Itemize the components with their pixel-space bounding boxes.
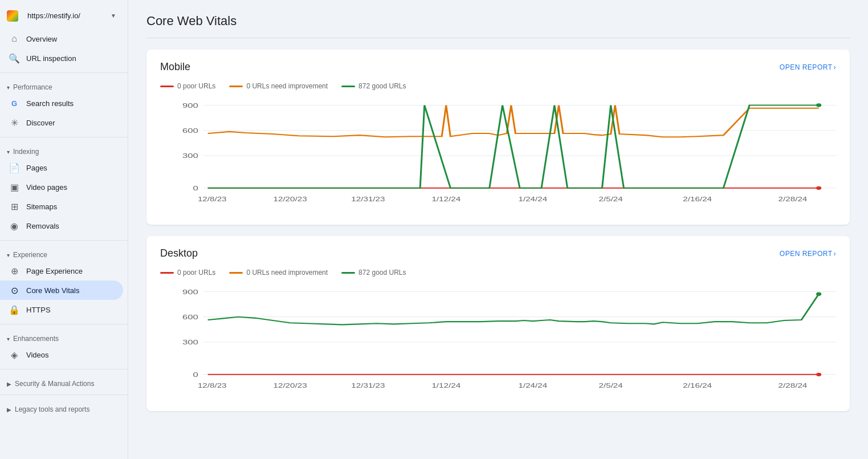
home-icon: ⌂: [9, 34, 19, 44]
svg-text:1/24/24: 1/24/24: [518, 196, 547, 202]
sidebar-item-removals[interactable]: ◉ Removals: [0, 216, 123, 235]
logo-icon: [7, 10, 18, 22]
legend-good: 872 good URLs: [341, 269, 406, 277]
section-header-experience[interactable]: ▾ Experience: [0, 245, 128, 261]
desktop-open-report-link[interactable]: OPEN REPORT ›: [780, 250, 836, 258]
desktop-chart-svg: 900 600 300 0 12/8/23 12/20/23 12/31/23 …: [160, 286, 836, 400]
lock-icon: 🔒: [9, 304, 19, 315]
sidebar-item-video-pages[interactable]: ▣ Video pages: [0, 177, 123, 197]
page-title: Core Web Vitals: [146, 14, 850, 38]
desktop-chart-area: 900 600 300 0 12/8/23 12/20/23 12/31/23 …: [160, 286, 836, 400]
sidebar-item-label: Videos: [26, 351, 49, 359]
section-header-indexing[interactable]: ▾ Indexing: [0, 142, 128, 158]
google-icon: G: [9, 98, 19, 108]
site-url-label: https://nestify.io/: [27, 11, 80, 20]
svg-text:600: 600: [182, 313, 198, 320]
legend-poor-line: [160, 86, 174, 87]
section-header-performance[interactable]: ▾ Performance: [0, 78, 128, 94]
sidebar-item-label: Video pages: [26, 183, 67, 192]
legend-good: 872 good URLs: [341, 82, 406, 90]
section-label: Performance: [13, 83, 52, 91]
svg-text:0: 0: [193, 185, 198, 192]
section-label: Security & Manual Actions: [15, 380, 94, 388]
legend-needs-improvement: 0 URLs need improvement: [229, 82, 328, 90]
desktop-chart-header: Desktop OPEN REPORT ›: [160, 247, 836, 259]
section-header-legacy[interactable]: ▶ Legacy tools and reports: [0, 400, 128, 416]
svg-text:2/5/24: 2/5/24: [599, 382, 623, 389]
legend-needs-improvement: 0 URLs need improvement: [229, 269, 328, 277]
legend-good-label: 872 good URLs: [358, 269, 406, 277]
divider: [0, 137, 128, 137]
desktop-chart-title: Desktop: [160, 247, 198, 259]
sidebar-item-discover[interactable]: ✳ Discover: [0, 113, 123, 132]
svg-text:12/20/23: 12/20/23: [274, 382, 307, 389]
svg-text:600: 600: [182, 127, 198, 134]
svg-text:1/24/24: 1/24/24: [518, 382, 547, 389]
sidebar-item-label: URL inspection: [26, 54, 76, 63]
section-label: Legacy tools and reports: [15, 405, 89, 413]
svg-text:2/28/24: 2/28/24: [779, 382, 808, 389]
sidebar-item-label: Page Experience: [26, 267, 83, 275]
divider: [0, 72, 128, 73]
legend-needs-improvement-line: [229, 86, 243, 87]
sidebar-item-videos[interactable]: ◈ Videos: [0, 345, 123, 364]
legend-poor-label: 0 poor URLs: [177, 269, 215, 277]
mobile-chart-svg: 900 600 300 0 12/8/23 12/20/23 12/31/23 …: [160, 99, 836, 213]
sidebar-item-overview[interactable]: ⌂ Overview: [0, 29, 123, 48]
asterisk-icon: ✳: [9, 117, 19, 128]
mobile-chart-card: Mobile OPEN REPORT › 0 poor URLs 0 URLs …: [146, 50, 850, 225]
video-icon: ▣: [9, 182, 19, 192]
search-icon: 🔍: [9, 53, 19, 63]
legend-needs-improvement-label: 0 URLs need improvement: [246, 269, 328, 277]
sidebar-item-page-experience[interactable]: ⊕ Page Experience: [0, 261, 123, 281]
sidebar-item-core-web-vitals[interactable]: ⊙ Core Web Vitals: [0, 281, 123, 300]
main-content: Core Web Vitals Mobile OPEN REPORT › 0 p…: [128, 0, 868, 459]
svg-point-35: [816, 293, 821, 296]
section-header-enhancements[interactable]: ▾ Enhancements: [0, 329, 128, 345]
caret-icon: ▶: [7, 407, 11, 413]
svg-text:12/20/23: 12/20/23: [274, 196, 307, 202]
caret-icon: ▾: [7, 149, 10, 155]
legend-poor-line: [160, 272, 174, 274]
sidebar-item-sitemaps[interactable]: ⊞ Sitemaps: [0, 197, 123, 216]
sidebar-item-search-results[interactable]: G Search results: [0, 94, 123, 113]
cwv-icon: ⊙: [9, 285, 19, 295]
sidebar-item-pages[interactable]: 📄 Pages: [0, 158, 123, 177]
chevron-down-icon: ▼: [111, 13, 116, 19]
divider: [0, 395, 128, 395]
svg-text:2/5/24: 2/5/24: [599, 196, 623, 202]
sidebar-item-https[interactable]: 🔒 HTTPS: [0, 300, 123, 319]
svg-text:1/12/24: 1/12/24: [431, 196, 461, 202]
mobile-open-report-link[interactable]: OPEN REPORT ›: [780, 63, 836, 71]
legend-good-line: [341, 272, 355, 274]
svg-point-17: [816, 103, 821, 107]
svg-text:900: 900: [182, 288, 198, 295]
svg-text:12/8/23: 12/8/23: [198, 382, 227, 389]
svg-point-34: [816, 373, 821, 376]
desktop-chart-card: Desktop OPEN REPORT › 0 poor URLs 0 URLs…: [146, 236, 850, 411]
legend-good-line: [341, 86, 355, 87]
sidebar-item-label: Overview: [26, 35, 57, 43]
divider: [0, 369, 128, 369]
sidebar: https://nestify.io/ ▼ ⌂ Overview 🔍 URL i…: [0, 0, 128, 459]
open-report-label: OPEN REPORT: [780, 250, 833, 258]
site-selector-button[interactable]: https://nestify.io/ ▼: [23, 9, 121, 22]
caret-icon: ▾: [7, 84, 10, 91]
removals-icon: ◉: [9, 221, 19, 231]
divider: [0, 240, 128, 241]
svg-text:12/8/23: 12/8/23: [198, 196, 227, 202]
mobile-chart-area: 900 600 300 0 12/8/23 12/20/23 12/31/23 …: [160, 99, 836, 213]
site-selector-area[interactable]: https://nestify.io/ ▼: [0, 5, 128, 29]
svg-text:0: 0: [193, 371, 198, 379]
section-header-security[interactable]: ▶ Security & Manual Actions: [0, 374, 128, 390]
desktop-chart-legend: 0 poor URLs 0 URLs need improvement 872 …: [160, 269, 836, 277]
caret-icon: ▾: [7, 336, 10, 342]
open-report-label: OPEN REPORT: [780, 63, 833, 71]
section-label: Indexing: [13, 148, 39, 156]
svg-text:1/12/24: 1/12/24: [431, 382, 461, 389]
caret-icon: ▾: [7, 252, 10, 258]
doc-icon: 📄: [9, 163, 19, 173]
caret-icon: ▶: [7, 381, 11, 387]
svg-text:300: 300: [182, 339, 198, 346]
sidebar-item-url-inspection[interactable]: 🔍 URL inspection: [0, 48, 123, 68]
